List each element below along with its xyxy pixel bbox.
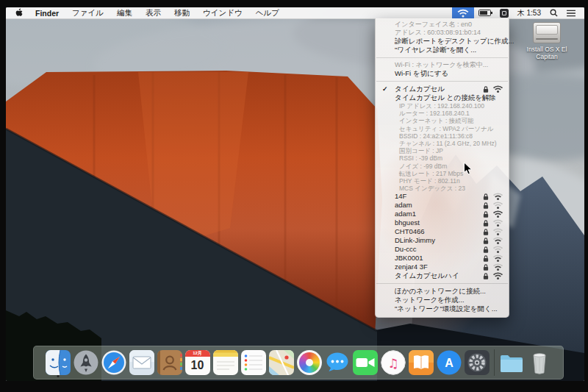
wifi-connection-detail-10-label: PHY モード : 802.11n xyxy=(399,177,460,185)
wifi-toggle-item[interactable]: Wi-Fi を切にする xyxy=(376,69,509,78)
wifi-connection-detail-7-label: RSSI : -39 dBm xyxy=(399,154,442,162)
dock-photos-icon[interactable] xyxy=(295,348,323,377)
wifi-connected-network[interactable]: ✓タイムカプセル xyxy=(376,85,509,93)
menu-item-3[interactable]: 表示 xyxy=(139,7,168,18)
wifi-network-row[interactable]: 14F xyxy=(376,192,509,201)
wifi-interface-info-0-label: インターフェイス名 : en0 xyxy=(395,21,472,28)
wifi-diagnostic-item-1[interactable]: "ワイヤレス診断"を開く... xyxy=(376,46,509,54)
wifi-connection-detail-9: 転送レート : 217 Mbps xyxy=(376,170,509,177)
notification-center-menu-extra[interactable] xyxy=(562,7,580,18)
wifi-connection-detail-0-label: IP アドレス : 192.168.240.100 xyxy=(399,102,484,110)
wifi-network-row[interactable]: adam1 xyxy=(376,210,509,218)
wifi-footer-item-2[interactable]: "ネットワーク"環境設定を開く... xyxy=(376,304,509,313)
wifi-interface-info-1-label: アドレス : 60:03:08:91:b0:14 xyxy=(395,29,481,36)
wifi-network-row[interactable]: DLink-Jimmy xyxy=(376,236,509,245)
dock-app-store-icon[interactable]: A xyxy=(435,348,463,377)
wifi-footer-item-0-label: ほかのネットワークに接続... xyxy=(395,287,486,295)
wifi-diagnostic-item-1-label: "ワイヤレス診断"を開く... xyxy=(395,46,476,54)
dock-facetime-icon[interactable] xyxy=(351,348,379,377)
wifi-footer-item-0[interactable]: ほかのネットワークに接続... xyxy=(376,287,509,296)
wifi-network-row-label: bhguest xyxy=(395,218,420,227)
wifi-network-row-label: JBK0001 xyxy=(395,254,423,262)
calendar-month: 12月 xyxy=(185,350,210,357)
battery-icon xyxy=(478,10,491,16)
wifi-connection-detail-2: インターネット : 接続可能 xyxy=(376,117,509,124)
menu-bar-left: Finderファイル編集表示移動ウインドウヘルプ xyxy=(10,7,286,18)
wifi-connected-network-label: タイムカプセル xyxy=(395,85,445,93)
desktop-volume-install-osx[interactable]: Install OS X El Capitan xyxy=(526,22,568,60)
wifi-menu-extra[interactable] xyxy=(452,7,474,18)
wifi-connection-detail-8-label: ノイズ : -99 dBm xyxy=(399,163,447,170)
wifi-connection-detail-10: PHY モード : 802.11n xyxy=(376,177,509,185)
dock-mail-icon[interactable] xyxy=(128,348,156,377)
wifi-network-row[interactable]: JBK0001 xyxy=(376,254,509,263)
wifi-network-row[interactable]: bhguest xyxy=(376,218,509,227)
lock-icon xyxy=(483,85,489,93)
wifi-connection-detail-11: MCS インデックス : 23 xyxy=(376,185,509,192)
wifi-network-row[interactable]: タイムカプセルハイ xyxy=(376,271,509,280)
wifi-connection-detail-7: RSSI : -39 dBm xyxy=(376,154,509,162)
menu-bar-clock[interactable]: 木 1:53 xyxy=(513,7,545,18)
wifi-network-row-label: DLink-Jimmy xyxy=(395,236,435,244)
menu-item-4[interactable]: 移動 xyxy=(168,7,196,18)
wifi-connection-detail-1: ルーター : 192.168.240.1 xyxy=(376,110,509,117)
wifi-connection-detail-2-label: インターネット : 接続可能 xyxy=(399,117,474,124)
svg-text:♫: ♫ xyxy=(387,356,398,371)
dock-trash-icon[interactable] xyxy=(526,348,553,377)
wifi-interface-info-1: アドレス : 60:03:08:91:b0:14 xyxy=(376,29,509,37)
wifi-network-row[interactable]: adam xyxy=(376,201,509,210)
menu-item-2[interactable]: 編集 xyxy=(110,7,139,18)
apple-logo-icon xyxy=(15,8,23,18)
menu-item-1[interactable]: ファイル xyxy=(65,7,110,18)
wifi-disconnect-item[interactable]: タイムカプセル との接続を解除 xyxy=(376,93,509,102)
battery-menu-extra[interactable] xyxy=(474,7,495,18)
spotlight-menu-extra[interactable] xyxy=(545,7,562,18)
wifi-connection-detail-8: ノイズ : -99 dBm xyxy=(376,163,509,170)
dock-safari-icon[interactable] xyxy=(100,348,128,377)
dock-launchpad-icon[interactable] xyxy=(72,348,100,377)
wifi-diagnostic-item-0[interactable]: 診断レポートをデスクトップに作成... xyxy=(376,37,509,46)
wifi-signal-icon xyxy=(492,254,503,263)
wifi-network-row[interactable]: Du-ccc xyxy=(376,245,509,254)
wifi-connection-detail-6-label: 国別コード : JP xyxy=(399,147,443,154)
input-source-menu-extra[interactable] xyxy=(495,7,513,18)
menu-divider xyxy=(376,283,508,284)
menu-bar: Finderファイル編集表示移動ウインドウヘルプ 木 1:53 xyxy=(6,7,584,19)
screen: Finderファイル編集表示移動ウインドウヘルプ 木 1:53 xyxy=(6,7,584,381)
network-row-icons xyxy=(483,246,503,254)
menu-app-name[interactable]: Finder xyxy=(29,7,65,18)
dock-contacts-icon[interactable] xyxy=(156,348,184,377)
apple-menu[interactable] xyxy=(10,7,29,18)
menu-item-5[interactable]: ウインドウ xyxy=(196,7,249,18)
dock-ibooks-icon[interactable] xyxy=(407,348,435,377)
notification-center-icon xyxy=(567,10,576,17)
menu-item-6[interactable]: ヘルプ xyxy=(249,7,286,18)
volume-label-line1: Install OS X El xyxy=(526,46,568,53)
dock-messages-icon[interactable] xyxy=(323,348,351,377)
network-row-icons xyxy=(483,272,503,280)
wifi-signal-icon xyxy=(492,272,503,280)
wifi-connection-detail-4: BSSID : 24:a2:e1:11:36:c8 xyxy=(376,132,509,140)
wifi-network-row-label: 14F xyxy=(395,192,406,200)
menu-divider xyxy=(376,57,508,58)
dock-calendar-icon[interactable]: 12月10 xyxy=(184,348,212,377)
wifi-status-line-label: Wi-Fi : ネットワークを検索中... xyxy=(395,61,488,68)
wifi-network-row-label: タイムカプセルハイ xyxy=(395,271,459,279)
dock-system-preferences-icon[interactable] xyxy=(463,348,491,377)
dock-notes-icon[interactable] xyxy=(212,348,240,377)
lock-icon xyxy=(483,202,489,209)
wifi-footer-item-2-label: "ネットワーク"環境設定を開く... xyxy=(395,304,498,313)
dock-downloads-folder-icon[interactable] xyxy=(498,348,526,377)
dock-maps-icon[interactable] xyxy=(268,348,295,377)
dock-reminders-icon[interactable] xyxy=(240,348,268,377)
lock-icon xyxy=(483,254,489,262)
dock-finder-icon[interactable] xyxy=(44,348,72,377)
dock-itunes-icon[interactable]: ♫ xyxy=(379,348,407,377)
wifi-network-row-label: adam1 xyxy=(395,210,416,218)
wifi-network-row[interactable]: CHT0466 xyxy=(376,227,509,236)
wifi-diagnostic-item-0-label: 診断レポートをデスクトップに作成... xyxy=(395,37,514,45)
wifi-network-row[interactable]: zenjar4 3F xyxy=(376,263,509,271)
wifi-signal-icon xyxy=(492,85,503,93)
wifi-connection-detail-3: セキュリティ : WPA2 パーソナル xyxy=(376,125,509,132)
wifi-footer-item-1[interactable]: ネットワークを作成... xyxy=(376,296,509,304)
